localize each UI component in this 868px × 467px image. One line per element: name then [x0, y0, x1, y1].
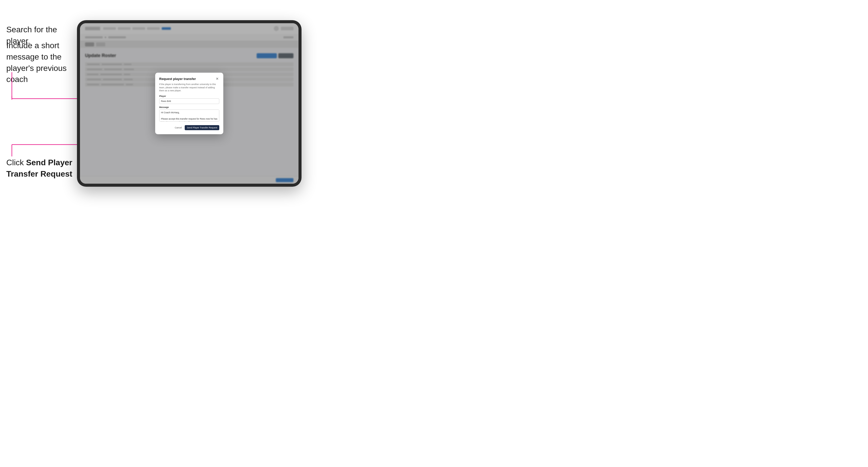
- message-field-label: Message: [159, 106, 219, 108]
- tablet-device: Update Roster: [77, 20, 302, 187]
- tablet-screen: Update Roster: [80, 23, 299, 184]
- message-textarea[interactable]: [159, 110, 219, 122]
- modal-close-button[interactable]: ✕: [215, 77, 219, 81]
- player-input[interactable]: [159, 98, 219, 104]
- modal-overlay: Request player transfer ✕ If the player …: [80, 23, 299, 184]
- modal-title: Request player transfer: [159, 77, 196, 81]
- modal-header: Request player transfer ✕: [159, 77, 219, 81]
- player-field-label: Player: [159, 95, 219, 97]
- send-transfer-request-button[interactable]: Send Player Transfer Request: [185, 125, 219, 130]
- request-transfer-modal: Request player transfer ✕ If the player …: [155, 73, 223, 134]
- modal-actions: Cancel Send Player Transfer Request: [159, 125, 219, 130]
- annotation-message: Include a short message to the player's …: [6, 40, 73, 85]
- modal-description: If the player is transferring from anoth…: [159, 83, 219, 92]
- cancel-button[interactable]: Cancel: [173, 125, 183, 130]
- annotation-click: Click Send Player Transfer Request: [6, 157, 73, 180]
